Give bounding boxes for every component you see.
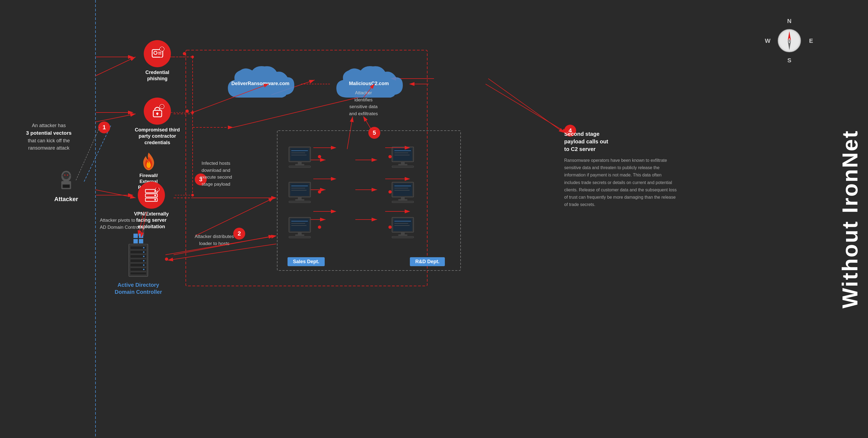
svg-point-58 [154,195,156,196]
diagram-container: Without IronNet N S E W [0,0,868,438]
compass: N S E W [765,16,814,65]
svg-rect-103 [298,232,302,234]
computer-5 [287,217,317,240]
computer-3 [287,181,317,204]
right-panel-heading: Second stagepayload calls outto C2 serve… [564,130,678,153]
badge-5: 5 [368,127,380,139]
svg-rect-112 [398,164,407,165]
svg-rect-91 [290,183,309,196]
svg-point-44 [154,51,157,55]
svg-text:!: ! [161,48,162,51]
badge-1: 1 [98,122,110,133]
step3-label: Infected hostsdownload andexecute second… [186,160,246,188]
right-panel-body: Ransomware operators have been known to … [564,157,678,208]
svg-rect-104 [295,234,304,236]
sales-dept-label: Sales Dept. [287,257,325,266]
svg-rect-105 [289,236,311,238]
svg-rect-123 [393,218,412,231]
svg-rect-127 [401,232,405,234]
computer-2 [391,146,421,169]
vector-description: An attacker has 3 potential vectors that… [16,122,82,152]
ad-label: Active DirectoryDomain Controller [106,281,171,296]
svg-point-137 [191,111,194,114]
svg-rect-73 [130,272,147,275]
svg-rect-121 [392,201,414,203]
svg-rect-62 [133,234,138,238]
firewall-icon [139,151,158,172]
svg-point-76 [143,256,145,257]
svg-rect-96 [295,199,304,201]
attacker-label: Attacker [54,196,78,203]
svg-point-79 [143,269,145,270]
svg-point-77 [143,260,145,262]
svg-rect-95 [298,197,302,199]
svg-point-75 [143,251,145,253]
svg-point-138 [191,194,194,197]
ad-server-icon [123,244,153,279]
computer-6 [391,217,421,240]
svg-rect-42 [63,185,69,188]
ad-controller-group: Active DirectoryDomain Controller [106,236,171,296]
dept-area: Sales Dept. R&D Dept. [277,130,461,271]
malicious-c2-label: MaliciousC2.com [331,81,407,87]
deliver-ransomware-group: DeliverRansomware.com [222,62,299,107]
svg-point-78 [143,265,145,266]
computer-1 [287,146,317,169]
brand-title: Without IronNet [838,0,863,438]
step2-label: Attacker distributesloader to hosts [184,233,244,247]
svg-rect-83 [290,148,309,161]
right-panel: Second stagepayload calls outto C2 serve… [564,130,678,208]
credential-phishing-label: Credentialphishing [130,69,184,82]
svg-rect-111 [401,162,405,164]
svg-point-74 [143,247,145,248]
svg-line-1 [84,125,111,181]
svg-text:N: N [787,18,792,24]
svg-point-35 [788,39,791,42]
svg-rect-129 [392,236,414,238]
svg-rect-63 [139,234,143,238]
svg-line-24 [488,78,564,133]
compromised-creds-group: ! Compromised thirdparty contractorcrede… [127,98,187,146]
svg-point-59 [154,199,156,201]
attacker-icon [55,168,77,193]
exfiltrate-label: Attackeridentifiessensitive dataand exfi… [336,90,391,117]
svg-point-38 [63,172,69,179]
svg-rect-88 [295,164,304,165]
svg-rect-87 [298,162,302,164]
rd-dept-label: R&D Dept. [410,257,445,266]
svg-text:W: W [765,37,771,44]
svg-rect-65 [139,239,143,243]
computer-4 [391,181,421,204]
attacker-group: Attacker [54,168,78,203]
svg-point-136 [191,56,194,58]
svg-text:E: E [809,37,813,44]
svg-text:!: ! [157,189,158,191]
svg-line-2 [95,57,135,76]
svg-rect-119 [401,197,405,199]
pivot-label: Attacker pivots toAD Domain Controller [100,217,159,231]
svg-rect-89 [289,166,311,168]
compromised-creds-label: Compromised thirdparty contractorcredent… [127,127,187,146]
svg-rect-99 [290,218,309,231]
svg-line-151 [486,84,567,133]
svg-rect-107 [393,148,412,161]
svg-rect-115 [393,183,412,196]
svg-text:S: S [787,57,792,64]
svg-point-39 [64,174,65,176]
svg-point-40 [67,174,68,176]
credential-phishing-group: ! Credentialphishing [130,40,184,82]
svg-text:!: ! [161,105,162,108]
svg-rect-64 [133,239,138,243]
svg-rect-128 [398,234,407,236]
deliver-ransomware-label: DeliverRansomware.com [222,81,299,87]
svg-rect-113 [392,166,414,168]
svg-rect-120 [398,199,407,201]
svg-rect-97 [289,201,311,203]
